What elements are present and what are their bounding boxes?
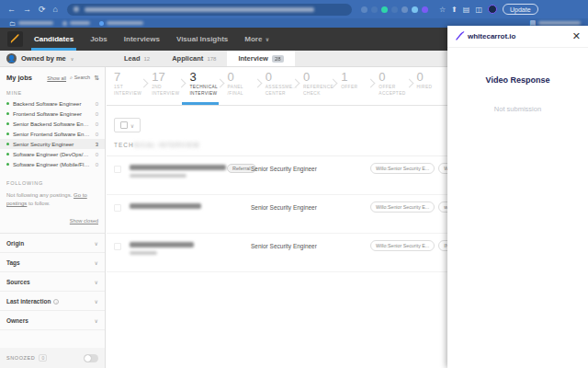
row-checkbox[interactable] [114, 204, 121, 212]
extension-icon[interactable] [381, 6, 388, 13]
job-status-dot [6, 153, 9, 155]
snoozed-bar: SNOOZED 0 [0, 348, 105, 368]
forward-icon[interactable]: → [23, 5, 31, 14]
stage-offer-accepted[interactable]: 0 OFFERACCEPTED [371, 67, 409, 105]
filter-owners[interactable]: Owners∨ [0, 311, 105, 330]
tab-interview[interactable]: Interview28 [227, 51, 294, 66]
extension-icon[interactable] [361, 6, 368, 13]
back-icon[interactable]: ← [7, 5, 16, 14]
filter-sources[interactable]: Sources∨ [0, 272, 105, 292]
candidate-email-redacted [130, 174, 187, 178]
owner-filter-dropdown[interactable]: 👤 Owned by me ∨ [0, 53, 106, 63]
stage-2nd-interview[interactable]: 17 2NDINTERVIEW [144, 67, 182, 105]
sidebar-job-item[interactable]: Senior Backend Software Engin...0 [0, 119, 105, 129]
chevron-down-icon: ∨ [95, 259, 98, 266]
bookmark-item[interactable]: 🗀 [9, 20, 53, 27]
extension-icons [361, 6, 428, 13]
candidate-email-redacted [130, 251, 157, 255]
home-icon[interactable]: ⌂ [53, 5, 58, 14]
sidebar-job-item[interactable]: Frontend Software Engineer0 [0, 109, 105, 119]
sidebar-job-item[interactable]: Software Engineer (DevOps/SRE)0 [0, 149, 105, 159]
stage-technical-interview[interactable]: 3 TECHNICALINTERVIEW [182, 67, 220, 105]
filter-origin[interactable]: Origin∨ [0, 234, 105, 253]
extension-icon[interactable] [412, 6, 418, 13]
chevron-down-icon: ∨ [265, 36, 269, 42]
mine-section-label: MINE [0, 86, 105, 98]
chevron-down-icon: ∨ [71, 56, 74, 62]
tab-applicant[interactable]: Applicant178 [161, 51, 227, 66]
stage-reference-check[interactable]: 0 REFERENCECHECK [296, 67, 334, 105]
nav-jobs[interactable]: Jobs [90, 28, 107, 51]
video-response-title: Video Response [447, 75, 588, 85]
sidebar-search[interactable]: ⌕ Search [70, 75, 90, 81]
nav-visual-insights[interactable]: Visual Insights [176, 28, 228, 51]
candidate-tag[interactable]: Willo:Senior Security E... [370, 163, 435, 174]
job-status-dot [6, 102, 9, 105]
avatar[interactable] [488, 5, 497, 14]
bookmark-star-icon[interactable]: ☆ [439, 6, 446, 14]
app-logo[interactable] [7, 31, 23, 47]
candidate-tag[interactable]: Willo:Senior Security E... [370, 201, 435, 213]
select-all-checkbox[interactable] [120, 121, 128, 129]
chevron-down-icon: ∨ [95, 240, 98, 247]
show-closed-link[interactable]: Show closed [70, 218, 98, 224]
snoozed-label: SNOOZED [6, 355, 35, 361]
browser-update-button[interactable]: Update [503, 4, 538, 15]
job-status-dot [6, 132, 9, 135]
profile-icon[interactable]: ◫ [475, 6, 482, 14]
filter-last-interaction[interactable]: Last interactioni ∨ [0, 292, 105, 311]
download-icon[interactable]: ⬆ [451, 6, 458, 14]
nav-interviews[interactable]: Interviews [124, 28, 160, 51]
snoozed-toggle[interactable] [84, 354, 98, 362]
extension-icon[interactable] [401, 6, 408, 13]
sidebar-job-item[interactable]: Senior Frontend Software Engin...0 [0, 129, 105, 139]
job-status-dot [6, 122, 9, 125]
info-icon: i [53, 299, 59, 305]
address-bar[interactable] [67, 4, 352, 16]
stage-assessment-center[interactable]: 0 ASSESSME...CENTER [258, 67, 296, 105]
candidate-tag[interactable]: Willo:Senior Security E... [370, 240, 435, 251]
sidebar-toggle-icon[interactable]: ▤ [463, 6, 470, 14]
nav-candidates[interactable]: Candidates [34, 28, 74, 51]
show-all-link[interactable]: Show all [47, 75, 66, 81]
row-checkbox[interactable] [114, 166, 121, 173]
candidate-job-title: Senior Security Engineer [251, 243, 317, 249]
stage-offer[interactable]: 1 OFFER [334, 67, 371, 105]
chevron-down-icon: ∨ [95, 279, 98, 285]
carrot-logo-icon [455, 31, 465, 41]
extension-icon[interactable] [422, 6, 428, 13]
folder-icon: 🗀 [9, 20, 16, 27]
sidebar-job-item[interactable]: Backend Software Engineer0 [0, 98, 105, 109]
following-section-label: FOLLOWING [0, 177, 105, 189]
nav-more[interactable]: More ∨ [244, 28, 269, 51]
extension-icon[interactable] [391, 6, 398, 13]
job-status-dot [6, 112, 9, 115]
filter-tags[interactable]: Tags∨ [0, 253, 105, 272]
select-all-dropdown[interactable]: ∨ [114, 118, 141, 132]
candidate-name-redacted [130, 203, 201, 209]
browser-toolbar: ← → ⟳ ⌂ ☆ ⬆ ▤ ◫ Update [0, 0, 588, 18]
stage-1st-interview[interactable]: 7 1STINTERVIEW [107, 67, 144, 105]
job-status-dot [6, 163, 9, 166]
sidebar-job-item-selected[interactable]: Senior Security Engineer3 [0, 139, 105, 149]
chevron-down-icon: ∨ [95, 317, 98, 324]
bookmark-item[interactable] [62, 21, 90, 26]
reload-icon[interactable]: ⟳ [39, 5, 46, 14]
whitecarrot-extension-popup: whitecarrot.io ✕ Video Response Not subm… [447, 26, 588, 368]
pipeline-stages: 7 1STINTERVIEW 17 2NDINTERVIEW 3 TECHNIC… [107, 67, 447, 106]
extension-icon[interactable] [371, 6, 378, 13]
tab-lead[interactable]: Lead12 [113, 51, 161, 66]
candidate-name-redacted [130, 242, 194, 247]
close-icon[interactable]: ✕ [572, 31, 581, 41]
candidate-job-title: Senior Security Engineer [251, 204, 317, 211]
sidebar-job-item[interactable]: Software Engineer (Mobile/Flutt...0 [0, 159, 105, 169]
stage-hired[interactable]: 0 HIRED [410, 67, 447, 105]
url-text-redacted [85, 7, 314, 12]
snoozed-count: 0 [39, 354, 47, 362]
site-info-icon[interactable] [74, 6, 79, 12]
row-checkbox[interactable] [114, 243, 121, 250]
sort-icon[interactable]: ⇅ [94, 75, 99, 82]
bookmark-item[interactable] [99, 21, 143, 26]
candidate-job-title: Senior Security Engineer [251, 166, 317, 172]
stage-panel-final[interactable]: 0 PANEL/FINAL [220, 67, 258, 105]
